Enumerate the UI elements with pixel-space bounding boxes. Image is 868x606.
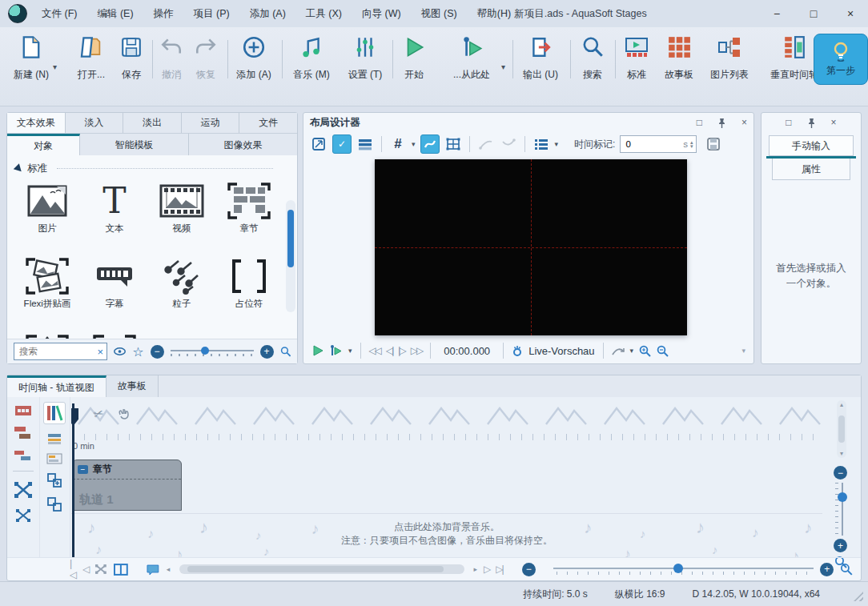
tab-timeline-track-view[interactable]: 时间轴 - 轨道视图 <box>7 375 106 397</box>
tab-manual-input[interactable]: 手动输入 <box>769 135 854 156</box>
output-button[interactable]: 输出 (U) <box>518 35 563 82</box>
split-view-icon[interactable] <box>114 564 128 576</box>
resize-grip[interactable] <box>854 592 863 601</box>
canvas-area[interactable] <box>303 158 742 336</box>
horizontal-scrollbar[interactable] <box>179 564 464 574</box>
scroll-left-arrow[interactable]: ◂ <box>167 565 171 573</box>
slider-thumb[interactable] <box>673 564 683 573</box>
select-tool-icon[interactable] <box>310 135 328 153</box>
menu-project[interactable]: 项目 (P) <box>194 7 230 21</box>
tab-files[interactable]: 文件 <box>239 113 297 133</box>
comment-bubble-icon[interactable] <box>146 564 160 576</box>
float-panel-icon[interactable]: □ <box>697 117 702 128</box>
step-back-button[interactable]: ◁ <box>82 564 88 575</box>
close-panel-icon[interactable]: × <box>741 117 747 128</box>
play-preview-icon[interactable] <box>311 344 324 357</box>
object-video[interactable]: 视频 <box>148 178 215 253</box>
filmstrip-track-icon[interactable] <box>14 405 32 416</box>
tab-motion[interactable]: 运动 <box>182 113 240 133</box>
tab-objects[interactable]: 对象 <box>7 134 80 156</box>
play-dropdown-caret[interactable]: ▾ <box>501 62 505 71</box>
grid-toggle-icon[interactable]: # <box>389 135 407 153</box>
tab-text-effects[interactable]: 文本效果 <box>7 113 66 133</box>
redo-button[interactable]: 恢复 <box>190 35 222 82</box>
menu-tools[interactable]: 工具 (X) <box>306 7 342 21</box>
go-last-button[interactable]: ▷| <box>496 564 502 575</box>
apply-tool-toggle[interactable]: ✓ <box>332 134 352 154</box>
play-mode-caret[interactable]: ▾ <box>348 347 352 355</box>
zoom-in-magnifier-icon[interactable] <box>639 345 651 357</box>
scroll-up-arrow[interactable]: ▴ <box>840 401 843 408</box>
tracks-offset-icon[interactable] <box>14 450 33 461</box>
zoom-mode-caret[interactable]: ▾ <box>630 347 634 355</box>
previous-button[interactable]: ◁| <box>386 345 392 356</box>
slider-thumb[interactable] <box>838 492 847 502</box>
background-music-track[interactable]: ♪ ♪ ♪ ♪ ♪ ♪ ♪ ♪ ♪ ♪ ♪ ♪ ♪ ♪ ♪ ♪ <box>71 513 822 558</box>
search-button[interactable]: 搜索 <box>576 35 609 82</box>
play-from-here-small-icon[interactable] <box>330 344 343 357</box>
keyframe-list-icon[interactable] <box>532 135 550 153</box>
curve-mode-toggle[interactable] <box>420 134 440 154</box>
go-first-button[interactable]: |◁ <box>70 558 76 580</box>
pin-icon[interactable] <box>718 118 725 128</box>
menu-actions[interactable]: 操作 <box>154 7 174 21</box>
open-button[interactable]: 打开... <box>72 35 111 82</box>
add-button[interactable]: 添加 (A) <box>232 35 275 82</box>
favorites-star-icon[interactable]: ☆ <box>132 344 143 359</box>
time-mark-input[interactable] <box>624 138 659 150</box>
new-dropdown-caret[interactable]: ▾ <box>53 62 57 71</box>
playhead[interactable] <box>72 403 74 558</box>
object-chapter[interactable]: 章节 <box>215 178 283 253</box>
menu-wizards[interactable]: 向导 (W) <box>362 7 401 21</box>
timeline-zoom-slider[interactable] <box>553 563 814 576</box>
curve-zoom-icon[interactable] <box>612 345 625 356</box>
next-button[interactable]: |▷ <box>398 345 404 356</box>
step-forward-button[interactable]: ▷ <box>484 564 489 575</box>
object-flexi-collage[interactable]: Flexi拼贴画 <box>14 253 81 328</box>
curve-out-icon[interactable] <box>500 135 517 153</box>
preview-canvas[interactable] <box>375 159 687 335</box>
curve-in-icon[interactable] <box>477 135 495 153</box>
minimize-button[interactable]: − <box>759 0 794 27</box>
save-button[interactable]: 保存 <box>115 35 147 82</box>
tab-properties[interactable]: 属性 <box>772 159 850 180</box>
thumbnail-size-slider[interactable] <box>171 346 254 357</box>
magnifier-icon[interactable] <box>840 563 853 576</box>
object-partial[interactable] <box>14 328 81 339</box>
grid-dropdown-caret[interactable]: ▾ <box>412 140 416 148</box>
timeline-zoom-in-button[interactable]: + <box>820 563 834 576</box>
menu-add[interactable]: 添加 (A) <box>250 7 286 21</box>
tab-fade-in[interactable]: 淡入 <box>66 113 124 133</box>
pin-icon[interactable] <box>808 118 815 128</box>
menu-edit[interactable]: 编辑 (E) <box>97 7 133 21</box>
transform-small-icon[interactable] <box>15 508 31 523</box>
fit-selection-icon[interactable] <box>94 564 107 575</box>
scrollbar-thumb[interactable] <box>187 566 444 572</box>
close-button[interactable]: × <box>833 0 868 27</box>
duplicate-icon[interactable] <box>46 496 62 512</box>
duplicate-add-icon[interactable] <box>46 472 62 488</box>
scrollbar-thumb[interactable] <box>287 210 294 267</box>
new-button[interactable]: 新建 (N) <box>11 35 51 82</box>
section-standard[interactable]: 标准 <box>15 162 273 175</box>
zoom-out-button[interactable]: − <box>151 345 164 359</box>
close-panel-icon[interactable]: × <box>831 117 837 128</box>
object-placeholder[interactable]: 占位符 <box>215 253 283 328</box>
overflow-caret[interactable]: ▾ <box>741 347 745 355</box>
tracks-mixed-icon[interactable] <box>14 426 33 440</box>
object-partial[interactable] <box>81 328 148 339</box>
scroll-down-arrow[interactable]: ▾ <box>840 450 843 457</box>
vertical-scrollbar[interactable]: ▴ ▾ <box>837 400 846 458</box>
object-search-input[interactable] <box>18 346 94 357</box>
time-spinner[interactable]: ▴▾ <box>690 140 693 148</box>
chapter-block[interactable]: − 章节 轨道 1 <box>72 460 182 511</box>
undo-button[interactable]: 撤消 <box>155 35 187 82</box>
rewind-button[interactable]: ◁◁ <box>369 345 380 356</box>
track-zoom-in-button[interactable]: + <box>834 539 847 552</box>
tab-fade-out[interactable]: 淡出 <box>123 113 182 133</box>
collapse-chapter-button[interactable]: − <box>78 465 88 474</box>
transform-keyframe-icon[interactable] <box>14 481 33 499</box>
objects-scrollbar[interactable] <box>286 200 295 312</box>
object-image[interactable]: 图片 <box>14 178 81 253</box>
eye-icon[interactable] <box>114 347 126 356</box>
